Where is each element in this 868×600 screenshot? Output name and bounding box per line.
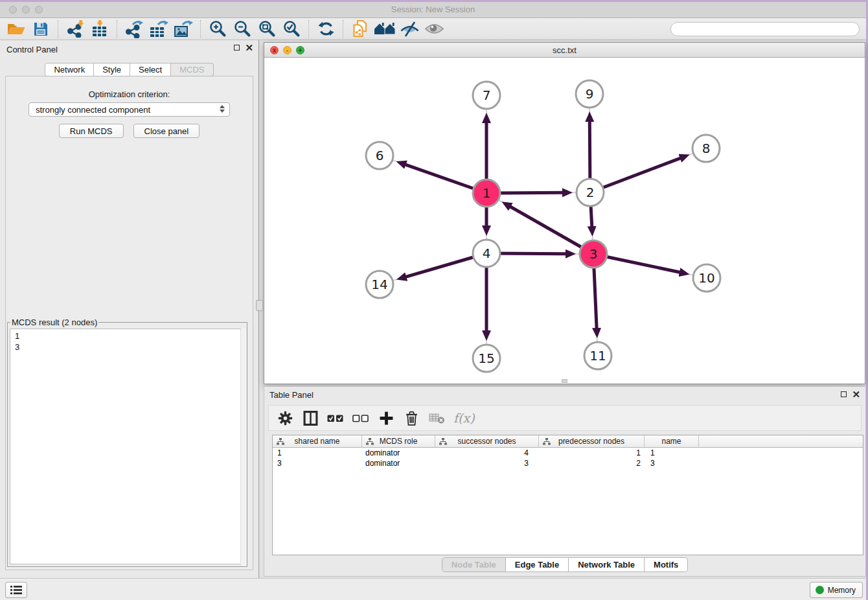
unselect-all-columns-icon[interactable] (351, 408, 371, 428)
show-all-eye-icon[interactable] (422, 19, 446, 39)
tab-style[interactable]: Style (94, 63, 130, 76)
show-columns-icon[interactable] (301, 408, 320, 428)
graph-node-label-15: 15 (478, 351, 494, 366)
control-panel: Control Panel ✕ Network Style Select MCD… (0, 40, 259, 578)
column-header-predecessor-nodes[interactable]: predecessor nodes (539, 435, 645, 448)
graph-node-label-8: 8 (702, 141, 711, 156)
table-row[interactable]: 1dominator411 (273, 448, 863, 458)
table-cell[interactable]: 1 (273, 448, 362, 458)
desktop-area: x - + scc.txt 7968124314101511 Table Pan… (260, 40, 866, 578)
criterion-select[interactable]: strongly connected component (29, 102, 230, 117)
table-panel: Table Panel ✕ (264, 386, 866, 577)
tab-motifs[interactable]: Motifs (645, 557, 688, 572)
table-cell[interactable]: 3 (645, 458, 699, 468)
tab-edge-table[interactable]: Edge Table (506, 557, 569, 572)
table-cell[interactable]: 1 (645, 448, 699, 458)
network-window: x - + scc.txt 7968124314101511 (264, 42, 865, 384)
float-table-panel-icon[interactable] (841, 391, 847, 397)
mcds-result-text[interactable]: 1 3 (10, 329, 245, 564)
panel-splitter-handle[interactable] (256, 300, 263, 311)
column-header-MCDS-role[interactable]: MCDS role (362, 435, 435, 448)
hierarchy-icon (366, 438, 374, 447)
table-tabs: Node Table Edge Table Network Table Moti… (264, 557, 865, 572)
table-cell[interactable]: 3 (435, 458, 539, 468)
column-header-label: shared name (294, 437, 339, 446)
zoom-out-icon[interactable] (230, 19, 255, 39)
app-window: Session: New Session (0, 2, 866, 600)
graph-node-label-6: 6 (376, 148, 384, 163)
graph-node-label-10: 10 (698, 270, 714, 286)
graph-edge-2-8[interactable] (590, 158, 681, 192)
close-panel-button[interactable]: Close panel (133, 124, 200, 138)
table-cell[interactable]: 4 (435, 448, 539, 458)
node-table-header: shared nameMCDS rolesuccessor nodesprede… (273, 435, 863, 448)
graph-node-label-9: 9 (586, 86, 594, 102)
column-header-filler (699, 435, 863, 448)
hierarchy-icon (439, 438, 447, 447)
network-window-titlebar[interactable]: x - + scc.txt (264, 43, 865, 58)
table-cell[interactable]: dominator (362, 448, 435, 458)
table-settings-gear-icon[interactable] (275, 408, 295, 428)
memory-label: Memory (828, 586, 856, 595)
select-all-columns-icon[interactable] (326, 408, 345, 428)
window-resize-handle[interactable] (562, 379, 567, 383)
column-header-shared-name[interactable]: shared name (273, 435, 362, 448)
table-cell[interactable]: dominator (362, 458, 435, 468)
memory-button[interactable]: Memory (810, 582, 863, 598)
task-history-button[interactable] (5, 582, 27, 598)
export-image-icon[interactable] (171, 19, 196, 39)
result-scrollbar[interactable] (240, 328, 246, 566)
graph-node-label-11: 11 (589, 348, 606, 363)
zoom-selected-icon[interactable] (279, 19, 304, 39)
close-table-panel-icon[interactable]: ✕ (852, 391, 860, 398)
float-panel-icon[interactable] (234, 45, 240, 51)
hide-selected-eye-slash-icon[interactable] (397, 19, 422, 39)
table-cell[interactable]: 1 (539, 448, 645, 458)
table-cell[interactable]: 3 (273, 458, 362, 468)
zoom-in-icon[interactable] (205, 19, 230, 39)
control-panel-tabs: Network Style Select MCDS (0, 63, 258, 76)
create-column-plus-icon[interactable] (376, 408, 396, 428)
node-table: shared nameMCDS rolesuccessor nodesprede… (272, 435, 863, 555)
control-panel-title: Control Panel (6, 45, 58, 54)
run-mcds-button[interactable]: Run MCDS (59, 124, 124, 138)
tab-select[interactable]: Select (130, 63, 171, 76)
table-cell[interactable]: 2 (539, 458, 645, 468)
optimization-criterion-label: Optimization criterion: (6, 89, 253, 99)
network-canvas[interactable]: 7968124314101511 (264, 58, 865, 384)
memory-status-dot (816, 586, 824, 594)
import-network-icon[interactable] (63, 19, 87, 39)
function-builder-icon: f(x) (453, 411, 475, 425)
zoom-fit-icon[interactable] (255, 19, 279, 39)
network-window-title: scc.txt (264, 45, 865, 55)
close-panel-icon[interactable]: ✕ (245, 44, 253, 51)
search-input[interactable] (670, 22, 860, 36)
toolbar-divider (58, 20, 58, 38)
tab-network[interactable]: Network (45, 63, 94, 76)
first-neighbors-icon[interactable] (372, 19, 397, 39)
graph-node-label-4: 4 (483, 246, 491, 261)
tab-mcds[interactable]: MCDS (171, 63, 213, 76)
copy-network-icon[interactable] (348, 19, 372, 39)
tab-node-table[interactable]: Node Table (442, 557, 506, 572)
select-arrows-icon (220, 105, 225, 113)
refresh-icon[interactable] (314, 19, 338, 39)
export-table-icon[interactable] (146, 19, 171, 39)
column-header-name[interactable]: name (645, 435, 699, 448)
delete-column-trash-icon[interactable] (402, 408, 421, 428)
export-network-icon[interactable] (122, 19, 146, 39)
tab-network-table[interactable]: Network Table (569, 557, 645, 572)
save-session-icon[interactable] (29, 19, 53, 39)
import-table-icon[interactable] (87, 19, 112, 39)
node-table-body: 1dominator4113dominator323 (273, 448, 863, 468)
table-toolbar: f(x) (268, 405, 862, 431)
open-session-icon[interactable] (4, 19, 29, 39)
app-titlebar: Session: New Session (0, 2, 866, 18)
column-header-label: MCDS role (380, 437, 418, 446)
mcds-result-group: MCDS result (2 nodes) 1 3 (7, 317, 247, 567)
table-row[interactable]: 3dominator323 (273, 458, 863, 468)
column-header-successor-nodes[interactable]: successor nodes (435, 435, 539, 448)
toolbar-divider (343, 20, 343, 38)
toolbar-divider (308, 20, 309, 38)
graph-node-label-2: 2 (586, 185, 595, 200)
